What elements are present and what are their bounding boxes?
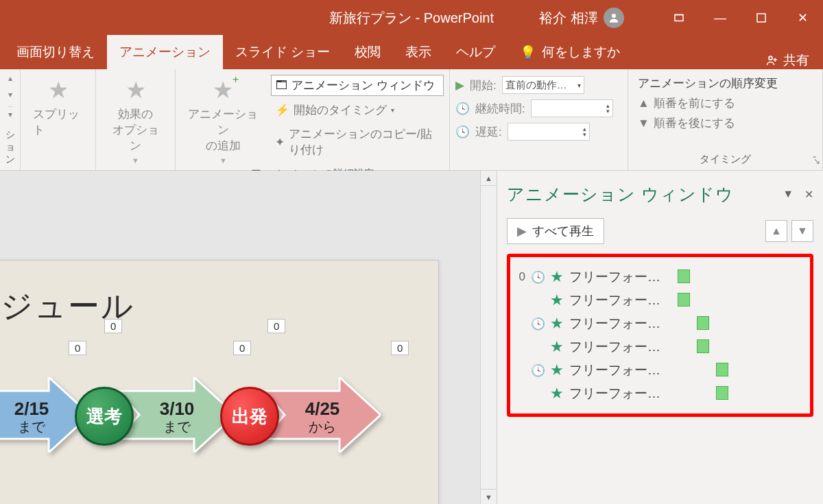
move-earlier-label: 順番を前にする [654, 95, 735, 111]
tell-me-label: 何をしますか [542, 43, 620, 61]
pane-close-icon[interactable]: ✕ [804, 188, 813, 201]
split-effect-button[interactable]: ★ スプリット [26, 73, 90, 141]
tell-me[interactable]: 💡 何をしますか [508, 35, 632, 69]
move-later-button[interactable]: ▼ 順番を後にする [634, 113, 817, 133]
flow-circle[interactable]: 選考 [75, 387, 134, 446]
window-title: 新旅行プラン - PowerPoint [329, 9, 494, 27]
start-combobox[interactable]: 直前の動作…▾ [502, 76, 584, 94]
start-value: 直前の動作… [505, 79, 567, 92]
gallery-more-icon[interactable]: ▾ [8, 106, 12, 119]
chevron-down-icon: ▼ [132, 156, 139, 165]
maximize-button[interactable] [741, 0, 782, 36]
tab-slideshow[interactable]: スライド ショー [223, 35, 342, 69]
animation-item[interactable]: ★ フリーフォーム: 図... [513, 289, 804, 312]
star-icon: ★ [550, 338, 564, 356]
svg-point-3 [769, 56, 772, 60]
tab-animations[interactable]: アニメーション [107, 35, 223, 69]
chevron-down-icon: ▾ [577, 82, 581, 89]
timeline-bar [697, 339, 709, 353]
trigger-button[interactable]: ⚡ 開始のタイミング ▾ [271, 100, 444, 120]
star-icon: ★ [126, 76, 146, 104]
effect-options-button[interactable]: ★ 効果の オプション ▼ [102, 73, 169, 167]
animation-order-badge[interactable]: 0 [69, 341, 86, 355]
tab-review[interactable]: 校閲 [342, 35, 393, 69]
duration-input[interactable]: ▴▾ [531, 99, 613, 117]
add-animation-label: アニメーション の追加 [188, 106, 259, 154]
split-label: スプリット [33, 106, 83, 138]
timeline-bar [716, 363, 728, 376]
animation-pane-button[interactable]: 🗔 アニメーション ウィンドウ [271, 75, 444, 96]
clock-icon: 🕓 [455, 101, 470, 116]
pane-options-icon[interactable]: ▼ [783, 188, 794, 201]
clock-icon: 🕓 [531, 270, 545, 285]
flow-arrow[interactable]: 3/10まで [119, 377, 235, 455]
gallery-down-icon[interactable]: ▾ [8, 90, 12, 99]
animation-painter-button[interactable]: ✦ アニメーションのコピー/貼り付け [271, 124, 444, 160]
duration-field[interactable]: 🕓 継続時間: ▴▾ [455, 97, 622, 120]
tab-transitions[interactable]: 画面切り替え [4, 35, 107, 69]
animation-order-badge[interactable]: 0 [104, 319, 122, 333]
scroll-up-icon[interactable]: ▲ [481, 171, 497, 186]
play-icon: ▶ [455, 78, 464, 93]
play-all-button[interactable]: ▶ すべて再生 [507, 218, 604, 244]
arrow-date: 4/25 [305, 398, 340, 419]
trigger-label: 開始のタイミング [294, 102, 387, 118]
animation-order-badge[interactable]: 0 [233, 341, 251, 355]
slide: ジュール 2/15まで選考3/10まで出発4/25から [0, 260, 439, 504]
animation-item[interactable]: ★ フリーフォーム: 図... [513, 382, 804, 405]
add-animation-button[interactable]: ★+ アニメーション の追加 ▼ [181, 73, 265, 167]
move-earlier-button[interactable]: ▲ 順番を前にする [634, 93, 817, 113]
animation-item[interactable]: 🕓 ★ フリーフォーム: 図... [513, 312, 804, 335]
move-later-label: 順番を後にする [654, 115, 735, 131]
slide-canvas[interactable]: ジュール 2/15まで選考3/10まで出発4/25から 00000 [0, 171, 480, 504]
move-down-button[interactable]: ▼ [791, 220, 813, 242]
brush-star-icon: ✦ [275, 135, 285, 149]
share-button[interactable]: 共有 [765, 51, 809, 69]
user-info[interactable]: 裕介 相澤 [539, 8, 624, 28]
animation-item[interactable]: 🕓 ★ フリーフォーム: 図... [513, 359, 804, 382]
clock-icon: 🕓 [531, 363, 545, 378]
animation-order-badge[interactable]: 0 [267, 319, 285, 333]
animation-item[interactable]: 0 🕓 ★ フリーフォーム: 図... [513, 265, 804, 289]
start-field[interactable]: ▶ 開始: 直前の動作…▾ [455, 73, 622, 97]
spinner-icon: ▴▾ [606, 103, 610, 114]
delay-input[interactable]: ▴▾ [508, 123, 590, 141]
ribbon-display-button[interactable] [658, 0, 700, 36]
minimize-button[interactable]: — [700, 0, 741, 36]
animation-order-badge[interactable]: 0 [391, 341, 409, 355]
group-preview: ★ スプリット [21, 69, 96, 170]
flow-circle[interactable]: 出発 [220, 387, 279, 446]
clock-icon: 🕓 [455, 125, 470, 139]
move-up-button[interactable]: ▲ [765, 220, 787, 242]
item-number: 0 [514, 270, 525, 284]
star-icon: ★ [550, 268, 564, 286]
tab-help[interactable]: ヘルプ [444, 35, 508, 69]
timeline-track [678, 269, 803, 285]
timeline-bar [716, 386, 728, 400]
collapse-ribbon-icon[interactable]: ˆ [813, 155, 816, 166]
arrow-sub: まで [14, 418, 49, 433]
group-anim-label: ション [1, 129, 19, 169]
arrow-date: 3/10 [160, 398, 195, 419]
spinner-icon: ▴▾ [583, 126, 586, 137]
timeline-bar [697, 316, 709, 330]
vertical-scrollbar[interactable]: ▲ ▼ [480, 171, 497, 504]
flow-arrow[interactable]: 4/25から [264, 377, 381, 455]
tab-view[interactable]: 表示 [393, 35, 444, 69]
group-timing: アニメーションの順序変更 ▲ 順番を前にする ▼ 順番を後にする タイミング [628, 69, 823, 170]
chevron-down-icon: ▾ [391, 106, 394, 114]
chevron-down-icon: ▼ [219, 156, 227, 165]
duration-label: 継続時間: [475, 101, 525, 117]
item-name: フリーフォーム: 図... [569, 268, 672, 286]
animation-item[interactable]: ★ フリーフォーム: 図... [513, 335, 804, 359]
delay-label: 遅延: [475, 124, 502, 140]
triangle-down-icon: ▼ [638, 117, 649, 130]
delay-field[interactable]: 🕓 遅延: ▴▾ [455, 120, 622, 143]
play-icon: ▶ [517, 224, 527, 239]
animation-painter-label: アニメーションのコピー/貼り付け [289, 126, 440, 158]
item-name: フリーフォーム: 図... [569, 385, 672, 403]
scroll-down-icon[interactable]: ▼ [481, 489, 497, 504]
star-plus-icon: ★+ [213, 76, 233, 104]
gallery-up-icon[interactable]: ▴ [8, 73, 12, 83]
close-button[interactable]: ✕ [782, 0, 823, 36]
